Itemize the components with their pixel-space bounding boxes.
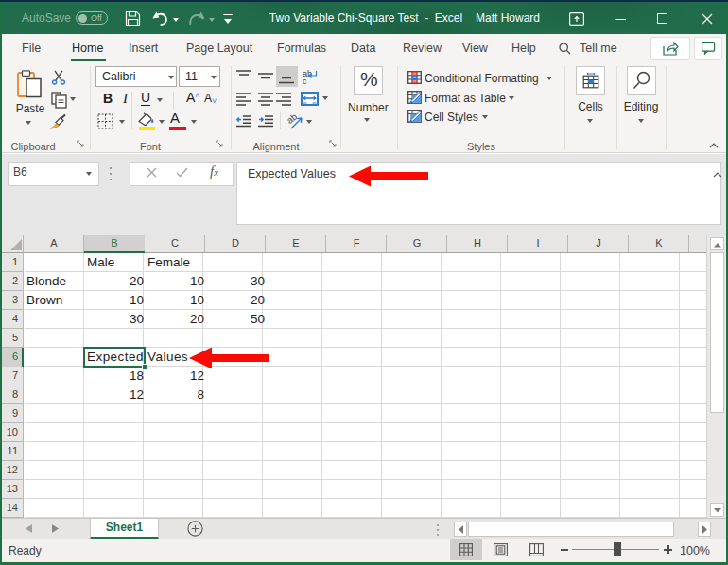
svg-text:c: c [303, 77, 307, 86]
